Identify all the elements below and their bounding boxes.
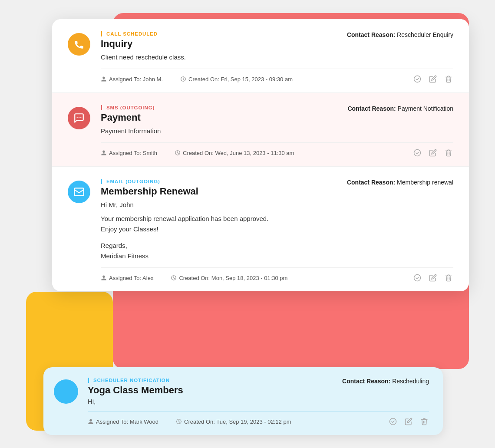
email-body-line5: Meridian Fitness xyxy=(101,251,453,261)
sms-outgoing-item: SMS (OUTGOING) Contact Reason: Payment N… xyxy=(52,92,469,166)
email-outgoing-item: EMAIL (OUTGOING) Contact Reason: Members… xyxy=(52,166,469,291)
scheduler-content: SCHEDULER NOTIFICATION Contact Reason: R… xyxy=(88,378,429,426)
clock-icon xyxy=(180,76,186,82)
email-edit-button[interactable] xyxy=(428,273,438,283)
sms-body: Payment Information xyxy=(101,126,453,136)
person-icon xyxy=(101,275,107,281)
email-assigned: Assigned To: Alex xyxy=(101,275,153,281)
scheduler-delete-button[interactable] xyxy=(419,417,429,426)
call-actions xyxy=(412,74,453,84)
sms-delete-button[interactable] xyxy=(444,148,453,158)
email-created: Created On: Mon, Sep 18, 2023 - 01:30 pm xyxy=(171,275,412,281)
scheduler-created: Created On: Tue, Sep 19, 2023 - 02:12 pm xyxy=(176,418,388,425)
scheduler-avatar xyxy=(54,379,78,404)
sms-content: SMS (OUTGOING) Contact Reason: Payment N… xyxy=(101,105,453,158)
call-delete-button[interactable] xyxy=(444,74,453,84)
call-assigned: Assigned To: John M. xyxy=(101,76,163,82)
call-edit-button[interactable] xyxy=(428,74,438,84)
sms-assigned: Assigned To: Smith xyxy=(101,150,157,156)
call-footer: Assigned To: John M. Created On: Fri, Se… xyxy=(101,69,453,84)
sms-created: Created On: Wed, June 13, 2023 - 11:30 a… xyxy=(175,150,412,156)
svg-point-1 xyxy=(414,76,421,82)
sms-avatar xyxy=(68,107,90,129)
scheduler-notification-card: SCHEDULER NOTIFICATION Contact Reason: R… xyxy=(43,367,443,435)
svg-point-4 xyxy=(80,117,81,118)
email-actions xyxy=(412,273,453,283)
call-contact-reason: Contact Reason: Rescheduler Enquiry xyxy=(347,31,453,38)
email-contact-reason: Contact Reason: Membership renewal xyxy=(347,179,453,186)
email-body: Hi Mr, John Your membership renewal appl… xyxy=(101,200,453,261)
svg-point-9 xyxy=(414,275,421,281)
scheduler-assigned: Assigned To: Mark Wood xyxy=(88,418,158,425)
svg-point-6 xyxy=(414,150,421,156)
email-footer: Assigned To: Alex Created On: Mon, Sep 1… xyxy=(101,267,453,283)
call-created: Created On: Fri, Sep 15, 2023 - 09:30 am xyxy=(180,76,412,82)
svg-point-2 xyxy=(77,117,78,118)
scene: CALL SCHEDULED Contact Reason: Reschedul… xyxy=(0,0,495,448)
scheduler-check-button[interactable] xyxy=(388,417,398,426)
person-icon xyxy=(101,150,107,156)
email-delete-button[interactable] xyxy=(444,273,453,283)
email-body-line2: Your membership renewal application has … xyxy=(101,214,453,224)
email-title: Membership Renewal xyxy=(101,186,453,197)
sms-contact-reason: Contact Reason: Payment Notification xyxy=(347,105,453,112)
email-content: EMAIL (OUTGOING) Contact Reason: Members… xyxy=(101,179,453,283)
email-body-line4: Regards, xyxy=(101,240,453,251)
sms-check-button[interactable] xyxy=(412,148,422,158)
scheduler-actions xyxy=(388,417,429,426)
call-title: Inquiry xyxy=(101,38,453,49)
scheduler-footer: Assigned To: Mark Wood Created On: Tue, … xyxy=(88,411,429,426)
scheduler-edit-button[interactable] xyxy=(404,417,413,426)
clock-icon xyxy=(171,275,177,281)
email-check-button[interactable] xyxy=(412,273,422,283)
call-avatar xyxy=(68,33,90,56)
call-body: Client need reschedule class. xyxy=(101,52,453,63)
email-body-line3: Enjoy your Classes! xyxy=(101,224,453,234)
person-icon xyxy=(101,76,107,82)
scheduler-title: Yoga Class Members xyxy=(88,385,429,396)
email-body-line1: Hi Mr, John xyxy=(101,200,453,210)
email-avatar xyxy=(68,181,90,203)
scheduler-contact-reason: Contact Reason: Rescheduling xyxy=(342,378,429,385)
sms-footer: Assigned To: Smith Created On: Wed, June… xyxy=(101,142,453,158)
sms-title: Payment xyxy=(101,112,453,123)
sms-edit-button[interactable] xyxy=(428,148,438,158)
main-card: CALL SCHEDULED Contact Reason: Reschedul… xyxy=(52,19,469,291)
svg-rect-7 xyxy=(74,188,84,195)
call-check-button[interactable] xyxy=(412,74,422,84)
call-scheduled-content: CALL SCHEDULED Contact Reason: Reschedul… xyxy=(101,31,453,84)
clock-icon xyxy=(175,150,181,156)
svg-point-11 xyxy=(390,418,396,425)
call-scheduled-item: CALL SCHEDULED Contact Reason: Reschedul… xyxy=(52,19,469,92)
scheduler-body: Hi, xyxy=(88,398,429,405)
sms-actions xyxy=(412,148,453,158)
clock-icon xyxy=(176,418,182,425)
svg-point-3 xyxy=(79,117,79,118)
person-icon xyxy=(88,418,94,425)
